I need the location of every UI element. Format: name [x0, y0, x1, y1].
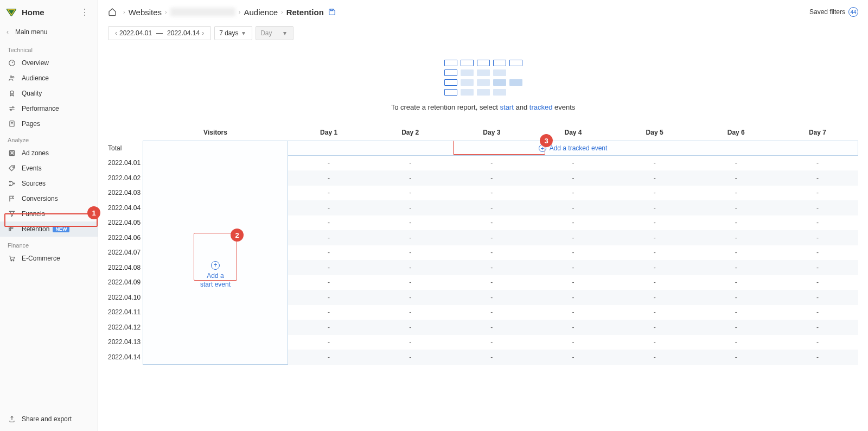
cell-day: -	[614, 305, 695, 320]
cell-date: 2022.04.05	[108, 216, 143, 231]
cell-day: -	[451, 305, 532, 320]
cell-day: -	[777, 230, 858, 245]
cell-day: -	[288, 275, 369, 290]
cell-day: -	[451, 335, 532, 350]
svg-rect-20	[330, 9, 333, 11]
cell-day: -	[532, 170, 614, 186]
col-day6: Day 6	[695, 129, 777, 136]
nav-funnels[interactable]: Funnels	[0, 206, 98, 221]
chevron-left-icon[interactable]: ‹	[113, 29, 119, 37]
sliders-icon	[8, 104, 16, 113]
add-tracked-event-button[interactable]: + Add a tracked event	[539, 144, 608, 152]
cell-day: -	[451, 350, 532, 365]
funnel-icon	[8, 210, 16, 218]
nav-sources[interactable]: Sources	[0, 176, 98, 191]
home-label[interactable]: Home	[22, 8, 78, 17]
nav-label: Ad zones	[22, 149, 49, 157]
cell-visitors	[143, 305, 288, 320]
cell-day: -	[777, 260, 858, 275]
table-row-total: Total + Add a tracked event	[108, 141, 858, 156]
table-row: 2022.04.05-------	[108, 216, 858, 231]
cell-day: -	[451, 260, 532, 275]
home-icon[interactable]	[108, 8, 117, 16]
add-tracked-cell: + Add a tracked event	[288, 141, 858, 155]
nav-events[interactable]: Events	[0, 161, 98, 176]
date-from: 2022.04.01	[119, 29, 152, 37]
svg-rect-9	[9, 150, 14, 155]
save-report-icon[interactable]	[328, 8, 336, 16]
saved-filters-button[interactable]: Saved filters 44	[809, 7, 858, 17]
cell-day: -	[369, 275, 451, 290]
cell-visitors	[143, 335, 288, 350]
bc-websites[interactable]: Websites	[129, 8, 162, 17]
nav-performance[interactable]: Performance	[0, 101, 98, 116]
cell-day: -	[614, 245, 695, 261]
cell-day: -	[369, 186, 451, 201]
cell-day: -	[369, 320, 451, 335]
bc-retention: Retention	[286, 8, 324, 17]
bc-site-name-blurred[interactable]	[170, 8, 235, 16]
cell-day: -	[777, 290, 858, 305]
bc-audience[interactable]: Audience	[244, 8, 278, 17]
nav-label: Performance	[22, 105, 59, 112]
cell-day: -	[369, 216, 451, 231]
cell-visitors	[143, 200, 288, 216]
empty-state-message: To create a retention report, select sta…	[391, 103, 576, 111]
cell-visitors	[143, 170, 288, 186]
topbar: › Websites › › Audience › Retention Save…	[98, 0, 868, 24]
plus-circle-icon: +	[211, 261, 220, 270]
date-range-picker[interactable]: ‹ 2022.04.01 — 2022.04.14 ›	[108, 26, 211, 40]
start-events-link[interactable]: start	[500, 103, 514, 111]
chevron-right-icon: ›	[165, 9, 167, 15]
nav-conversions[interactable]: Conversions	[0, 191, 98, 206]
cell-day: -	[695, 260, 777, 275]
cell-day: -	[369, 260, 451, 275]
main: › Websites › › Audience › Retention Save…	[98, 0, 868, 431]
svg-point-7	[10, 109, 11, 110]
nav-audience[interactable]: Audience	[0, 71, 98, 86]
kebab-menu-icon[interactable]: ⋮	[78, 6, 91, 18]
cell-day: -	[777, 335, 858, 350]
range-value: 7 days	[219, 29, 238, 37]
svg-point-5	[10, 91, 14, 94]
cart-icon	[8, 254, 16, 263]
col-day1: Day 1	[288, 129, 369, 136]
col-visitors: Visitors	[143, 129, 288, 136]
nav-pages[interactable]: Pages	[0, 116, 98, 131]
cell-day: -	[695, 200, 777, 216]
svg-point-3	[10, 76, 12, 78]
cell-day: -	[695, 350, 777, 365]
granularity-select[interactable]: Day ▾	[256, 26, 293, 40]
nav-adzones[interactable]: Ad zones	[0, 145, 98, 161]
chevron-right-icon[interactable]: ›	[200, 29, 206, 37]
add-start-line1: Add a	[200, 272, 231, 281]
nav-quality[interactable]: Quality	[0, 86, 98, 101]
cell-day: -	[288, 170, 369, 186]
cell-day: -	[777, 305, 858, 320]
cell-day: -	[695, 320, 777, 335]
add-start-event-button[interactable]: + Add a start event	[200, 261, 231, 289]
branch-icon	[8, 179, 16, 188]
tracked-events-link[interactable]: tracked	[529, 103, 553, 111]
cell-day: -	[777, 320, 858, 335]
nav-overview[interactable]: Overview	[0, 55, 98, 71]
svg-rect-17	[9, 229, 11, 231]
add-tracked-label: Add a tracked event	[550, 144, 608, 152]
table-row: 2022.04.01-------	[108, 156, 858, 171]
cell-day: -	[369, 350, 451, 365]
table-row: 2022.04.06-------	[108, 230, 858, 245]
nav-ecommerce[interactable]: E-Commerce	[0, 251, 98, 266]
table-row: 2022.04.11-------	[108, 305, 858, 320]
nav-retention[interactable]: Retention NEW	[0, 221, 98, 237]
cell-day: -	[369, 156, 451, 171]
flag-icon	[8, 194, 16, 203]
range-select[interactable]: 7 days ▾	[214, 26, 252, 40]
cell-day: -	[451, 170, 532, 186]
cell-day: -	[614, 186, 695, 201]
cell-day: -	[451, 245, 532, 261]
col-day4: Day 4	[532, 129, 614, 136]
share-export[interactable]: Share and export	[0, 409, 98, 431]
cell-day: -	[777, 275, 858, 290]
main-menu-back[interactable]: ‹ Main menu	[0, 24, 98, 41]
cell-day: -	[777, 186, 858, 201]
